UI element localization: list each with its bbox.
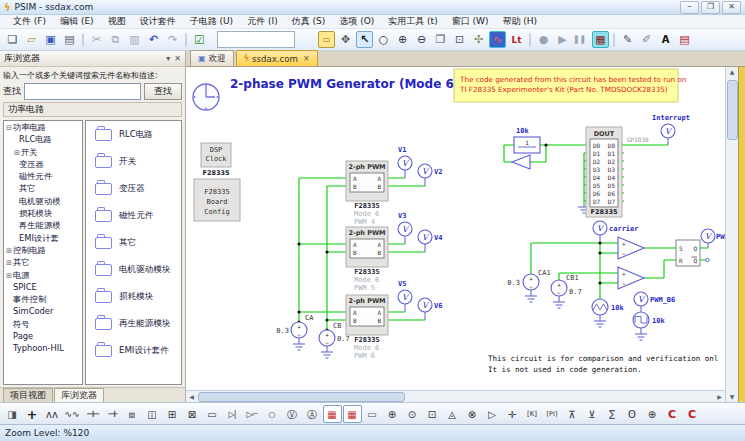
library-tree-item[interactable]: ⊞其它 (4, 256, 82, 268)
library-tree-item[interactable]: 损耗模块 (4, 207, 82, 219)
tree-expand-icon[interactable]: ⊞ (6, 272, 12, 280)
library-tree-item[interactable]: SimCoder (4, 305, 82, 317)
coupled-inductor-icon[interactable]: ⊞ (163, 405, 182, 423)
library-tree-item[interactable]: SPICE (4, 281, 82, 293)
menu-item[interactable]: 视图 (101, 15, 133, 28)
probe-v2[interactable]: V V2 (418, 164, 442, 178)
scroll-down-icon[interactable]: ▼ (730, 392, 735, 402)
panel-collapse-icon[interactable]: ▾ (166, 54, 170, 63)
library-folder-item[interactable]: 电机驱动模块 (86, 256, 181, 283)
element-properties-icon[interactable]: ▤ (676, 31, 693, 48)
menu-item[interactable]: 选项 (O) (332, 15, 381, 28)
probe-pwm-a6[interactable]: V PWM_A6 (701, 229, 725, 243)
probe-carrier[interactable]: V carrier (593, 221, 639, 235)
library-tree-item[interactable]: ⊟功率电路 (4, 121, 82, 133)
note-box[interactable]: The code generated from this circuit has… (454, 69, 687, 102)
controlled-source-icon[interactable]: ⊗ (463, 405, 482, 423)
menu-item[interactable]: 文件 (F) (6, 15, 53, 28)
canvas-horizontal-scrollbar[interactable]: ◀ ▶ (186, 390, 725, 402)
separator[interactable] (529, 33, 531, 47)
source-ca1[interactable]: + − CA1 0.3 (507, 269, 550, 290)
probe-v1[interactable]: V V1 (398, 146, 412, 170)
scope-icon[interactable]: ▦ (323, 405, 342, 423)
save-file-icon[interactable]: ▣ (42, 31, 59, 48)
library-tree-item[interactable]: RLC电路 (4, 133, 82, 145)
summer-icon[interactable]: ⊕ (643, 405, 662, 423)
source-cb1[interactable]: + − CB1 0.7 (551, 274, 582, 296)
cut-icon[interactable]: ✂ (88, 31, 105, 48)
separator[interactable] (82, 33, 84, 47)
resistor-icon[interactable]: ʌʌ (43, 405, 62, 423)
library-tree-item[interactable]: Typhoon-HIL (4, 342, 82, 354)
tree-expand-icon[interactable]: ⊞ (6, 247, 12, 255)
menu-item[interactable]: 帮助 (H) (495, 15, 544, 28)
source-cb[interactable]: + − CB 0.7 (319, 322, 350, 346)
print-icon[interactable]: ▤ (61, 31, 78, 48)
voltmeter-icon[interactable]: Ⓥ (283, 405, 302, 423)
dout-block[interactable]: DOUT D0 D1 D2 D3 D4 D5 D6 D7 D0 D1 (586, 127, 622, 217)
pwm-block-2[interactable]: 2-ph PWM A B A B F28335 Mode 6 PWM 5 (346, 227, 388, 292)
new-file-icon[interactable]: ❏ (4, 31, 21, 48)
pan-sheet-icon[interactable]: ✣ (470, 31, 487, 48)
library-folder-item[interactable]: 再生能源模块 (86, 310, 181, 337)
library-tree-item[interactable]: 符号 (4, 318, 82, 330)
library-panel-icon[interactable]: ◨ (3, 405, 22, 423)
menu-item[interactable]: 窗口 (W) (445, 15, 496, 28)
separator[interactable] (613, 33, 615, 47)
square-source-icon[interactable]: ⊡ (423, 405, 442, 423)
wire-tool-icon[interactable]: + (23, 405, 42, 423)
current-probe-icon[interactable]: ʘ (623, 405, 642, 423)
triangle-source-icon[interactable]: ◬ (443, 405, 462, 423)
schematic-sheet[interactable]: 2-phase PWM Generator (Mode 6) The code … (186, 67, 725, 390)
menu-item[interactable]: 仿真 (S) (285, 15, 333, 28)
run-simview-icon[interactable]: ▦ (592, 31, 609, 48)
source-ca[interactable]: + − CA 0.3 (276, 314, 314, 338)
mutual-inductor-icon[interactable]: ◫ (143, 405, 162, 423)
copy-icon[interactable]: ⧉ (107, 31, 124, 48)
menu-item[interactable]: 实用工具 (t) (381, 15, 444, 28)
library-folder-item[interactable]: 其它 (86, 229, 181, 256)
ltspice-icon[interactable]: Lt (508, 31, 525, 48)
redo-icon[interactable]: ↷ (164, 31, 181, 48)
minimize-button[interactable]: – (680, 1, 699, 14)
probe-v6[interactable]: V V6 (418, 298, 442, 312)
simulation-check-icon[interactable]: ☑ (191, 31, 208, 48)
scroll-left-icon[interactable]: ◀ (186, 393, 197, 400)
probe-v3[interactable]: V V3 (398, 212, 412, 236)
vertical-scroll-thumb[interactable] (727, 80, 738, 140)
clock-icon[interactable] (193, 84, 219, 110)
search-button[interactable]: 查找 (144, 83, 182, 100)
sine-source-icon[interactable]: ⊙ (403, 405, 422, 423)
horizontal-scroll-thumb[interactable] (198, 392, 405, 402)
undo-icon[interactable]: ↶ (145, 31, 162, 48)
c-script-icon[interactable]: C (663, 405, 682, 423)
transformer-icon[interactable]: ⧈ (123, 405, 142, 423)
menu-item[interactable]: 设计套件 (133, 15, 183, 28)
comparator-2[interactable]: + − (618, 267, 644, 289)
sr-flipflop[interactable]: S Q R Q (676, 240, 709, 266)
gain-block-icon[interactable]: [K] (523, 405, 542, 423)
library-folder-item[interactable]: 损耗模块 (86, 283, 181, 310)
probe-interrupt[interactable]: V Interrupt (652, 114, 690, 138)
library-tree-item[interactable]: 磁性元件 (4, 170, 82, 182)
library-search-input[interactable] (24, 83, 141, 100)
fit-page-icon[interactable]: ❐ (432, 31, 449, 48)
probe-v4[interactable]: V V4 (418, 230, 442, 244)
draw-wire-icon[interactable]: ✎ (619, 31, 636, 48)
zoom-in-icon[interactable]: ⊕ (394, 31, 411, 48)
menu-item[interactable]: 子电路 (U) (183, 15, 240, 28)
library-tree-item[interactable]: 其它 (4, 182, 82, 194)
maximize-button[interactable]: ❐ (701, 1, 720, 14)
stop-icon[interactable]: ● (535, 31, 552, 48)
comparator-1[interactable]: + − (618, 237, 644, 259)
osc-block-10k[interactable]: 1 10k (514, 127, 540, 153)
library-folder-item[interactable]: 磁性元件 (86, 202, 181, 229)
dc-source-icon[interactable]: ⊕ (383, 405, 402, 423)
separator[interactable] (185, 33, 187, 47)
library-folder-item[interactable]: RLC电路 (86, 121, 181, 148)
tab-close-icon[interactable]: × (303, 54, 310, 63)
toolbar-search-input[interactable] (217, 31, 295, 48)
meter-block-icon[interactable]: ▭ (203, 405, 222, 423)
component-chip-icon[interactable]: ▭ (318, 31, 335, 48)
library-tree-item[interactable]: ⊞电源 (4, 269, 82, 281)
